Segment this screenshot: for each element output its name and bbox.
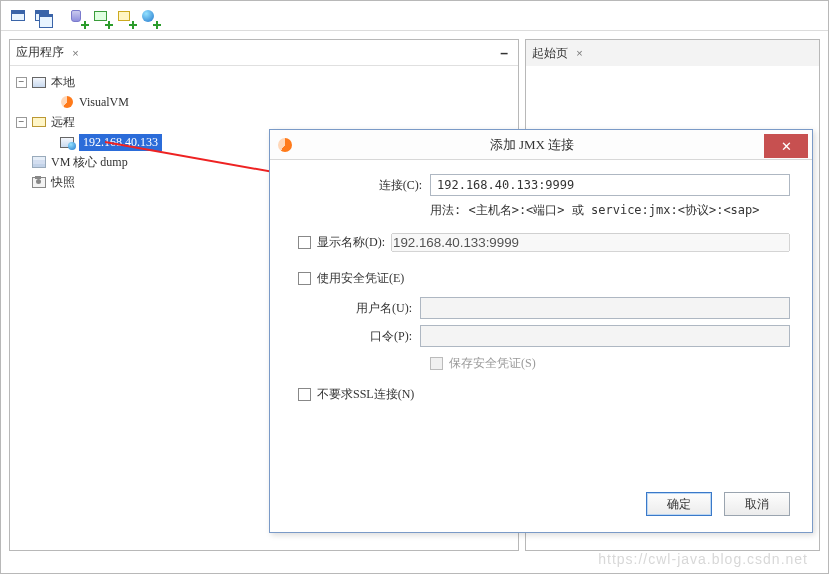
button-label: 取消 xyxy=(745,496,769,513)
tab-label: 起始页 xyxy=(532,45,568,62)
tab-applications[interactable]: 应用程序 × xyxy=(16,44,81,61)
tree-label: 192.168.40.133 xyxy=(79,134,162,151)
minimize-button[interactable]: – xyxy=(496,45,512,61)
open-window-button[interactable] xyxy=(7,5,29,27)
remote-icon xyxy=(31,115,47,129)
snapshot-icon xyxy=(31,175,47,189)
collapse-icon[interactable]: − xyxy=(16,117,27,128)
computer-icon xyxy=(31,75,47,89)
display-name-label: 显示名称(D): xyxy=(317,234,385,251)
save-credentials-label: 保存安全凭证(S) xyxy=(449,355,536,372)
tree-node-visualvm[interactable]: VisualVM xyxy=(14,92,514,112)
collapse-icon[interactable]: − xyxy=(16,77,27,88)
dialog-titlebar[interactable]: 添加 JMX 连接 ✕ xyxy=(270,130,812,160)
save-credentials-checkbox xyxy=(430,357,443,370)
dialog-title: 添加 JMX 连接 xyxy=(300,136,764,154)
add-host-button[interactable] xyxy=(113,5,135,27)
display-name-input xyxy=(391,233,790,252)
visualvm-icon xyxy=(59,95,75,109)
display-name-checkbox[interactable] xyxy=(298,236,311,249)
add-jmx-dialog: 添加 JMX 连接 ✕ 连接(C): 用法: <主机名>:<端口> 或 serv… xyxy=(269,129,813,533)
close-icon[interactable]: × xyxy=(70,47,81,58)
main-toolbar xyxy=(1,1,828,31)
tree-label: VisualVM xyxy=(79,95,129,110)
add-datasource-button[interactable] xyxy=(65,5,87,27)
add-monitor-button[interactable] xyxy=(89,5,111,27)
tab-start-page[interactable]: 起始页 × xyxy=(532,45,585,62)
no-ssl-label: 不要求SSL连接(N) xyxy=(317,386,414,403)
tree-label: 远程 xyxy=(51,114,75,131)
use-credentials-label: 使用安全凭证(E) xyxy=(317,270,404,287)
tree-label: 快照 xyxy=(51,174,75,191)
tree-node-local[interactable]: − 本地 xyxy=(14,72,514,92)
username-label: 用户名(U): xyxy=(332,300,412,317)
dump-icon xyxy=(31,155,47,169)
connection-input[interactable] xyxy=(430,174,790,196)
connection-label: 连接(C): xyxy=(292,177,422,194)
ok-button[interactable]: 确定 xyxy=(646,492,712,516)
close-button[interactable]: ✕ xyxy=(764,134,808,158)
tab-label: 应用程序 xyxy=(16,44,64,61)
use-credentials-checkbox[interactable] xyxy=(298,272,311,285)
password-input xyxy=(420,325,790,347)
tree-label: 本地 xyxy=(51,74,75,91)
button-label: 确定 xyxy=(667,496,691,513)
dialog-icon xyxy=(270,138,300,152)
server-icon xyxy=(59,135,75,149)
open-windows-button[interactable] xyxy=(31,5,53,27)
password-label: 口令(P): xyxy=(332,328,412,345)
username-input xyxy=(420,297,790,319)
close-icon[interactable]: × xyxy=(574,48,585,59)
no-ssl-checkbox[interactable] xyxy=(298,388,311,401)
usage-hint: 用法: <主机名>:<端口> 或 service:jmx:<协议>:<sap> xyxy=(430,202,790,219)
cancel-button[interactable]: 取消 xyxy=(724,492,790,516)
tree-label: VM 核心 dump xyxy=(51,154,128,171)
add-global-button[interactable] xyxy=(137,5,159,27)
